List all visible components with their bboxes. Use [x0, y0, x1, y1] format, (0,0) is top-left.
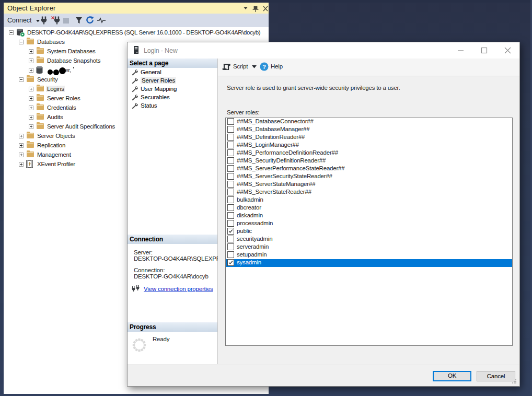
svg-text:?: ? [262, 64, 266, 70]
